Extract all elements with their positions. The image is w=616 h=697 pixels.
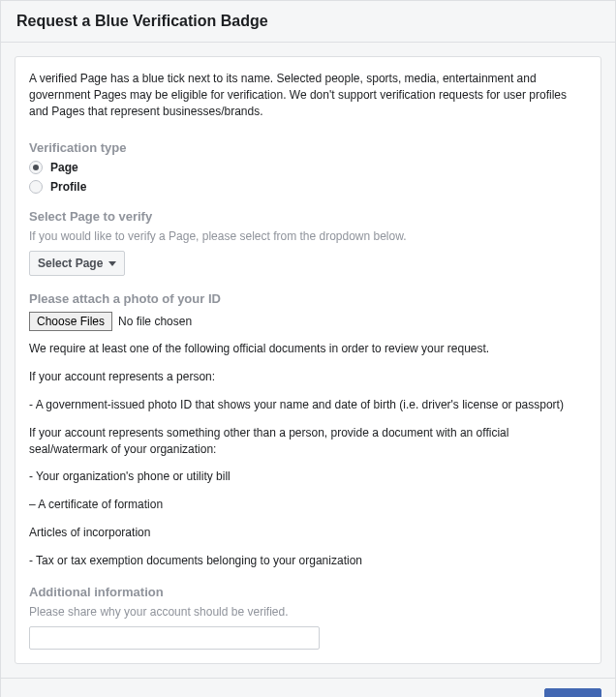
send-button[interactable]: Send <box>544 688 601 697</box>
file-input-row: Choose Files No file chosen <box>29 312 587 331</box>
additional-info-hint: Please share why your account should be … <box>29 605 587 619</box>
no-file-chosen-text: No file chosen <box>118 315 192 328</box>
choose-files-button[interactable]: Choose Files <box>29 312 112 331</box>
org-item-2: – A certificate of formation <box>29 497 587 513</box>
select-page-label: Select Page to verify <box>29 209 587 224</box>
org-item-4: - Tax or tax exemption documents belongi… <box>29 553 587 569</box>
additional-info-label: Additional information <box>29 585 587 599</box>
radio-profile-input[interactable] <box>29 180 43 194</box>
person-lead: If your account represents a person: <box>29 369 587 385</box>
svg-marker-0 <box>108 261 116 266</box>
form-card: A verified Page has a blue tick next to … <box>15 56 601 664</box>
dialog-title: Request a Blue Verification Badge <box>16 13 600 30</box>
select-page-dropdown[interactable]: Select Page <box>29 251 125 276</box>
dialog-footer: Send <box>1 678 615 697</box>
caret-down-icon <box>108 259 116 267</box>
select-page-hint: If you would like to verify a Page, plea… <box>29 229 587 243</box>
radio-page-label: Page <box>50 161 78 174</box>
additional-info-input[interactable] <box>29 626 320 650</box>
require-intro: We require at least one of the following… <box>29 341 587 357</box>
radio-profile-label: Profile <box>50 180 86 194</box>
org-item-3: Articles of incorporation <box>29 525 587 541</box>
verification-type-label: Verification type <box>29 140 587 155</box>
radio-page-input[interactable] <box>29 161 43 174</box>
attach-id-label: Please attach a photo of your ID <box>29 291 587 306</box>
select-page-dropdown-label: Select Page <box>38 257 103 270</box>
radio-page[interactable]: Page <box>29 161 587 174</box>
intro-text: A verified Page has a blue tick next to … <box>29 71 587 119</box>
dialog: Request a Blue Verification Badge A veri… <box>0 0 616 697</box>
org-item-1: - Your organization's phone or utility b… <box>29 469 587 485</box>
dialog-header: Request a Blue Verification Badge <box>1 1 615 43</box>
radio-profile[interactable]: Profile <box>29 180 587 194</box>
person-item: - A government-issued photo ID that show… <box>29 397 587 413</box>
org-lead: If your account represents something oth… <box>29 425 587 458</box>
